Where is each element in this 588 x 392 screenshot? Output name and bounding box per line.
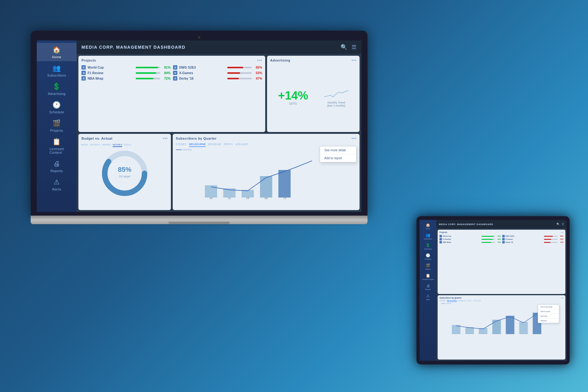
advertising-trend-chart xyxy=(324,88,349,100)
project-percent: 72% xyxy=(162,77,171,80)
sidebar-item-label: Advertising xyxy=(48,92,66,96)
tablet-sidebar-reports[interactable]: 🖨 Reports xyxy=(420,282,436,292)
project-icon: ⊞ xyxy=(81,71,86,75)
tablet-projects-more[interactable]: ••• xyxy=(561,231,564,234)
sidebar-item-reports[interactable]: 🖨 Reports xyxy=(37,157,77,175)
projects-grid: ⊞ World Cup 91% ⊞ DWG S2E3 xyxy=(78,64,265,83)
sub-tab-melbourne[interactable]: MELBOURNE xyxy=(189,142,206,147)
svg-rect-24 xyxy=(492,320,501,334)
tablet-sidebar-projects[interactable]: 🎬 Projects xyxy=(420,262,436,272)
tablet-dashboard-title: MEDIA CORP. MANAGEMENT DASHBOARD xyxy=(439,223,493,225)
tablet-sub-tab-adelaide[interactable]: ADELAIDE xyxy=(473,300,481,302)
svg-text:68: 68 xyxy=(265,197,268,200)
schedule-icon: 🕐 xyxy=(52,101,61,109)
sidebar-item-subscribers[interactable]: 👥 Subscribers xyxy=(37,61,77,80)
projects-title: Projects xyxy=(81,58,96,62)
tablet-sidebar-licensed-content[interactable]: 📋 Licensed Content xyxy=(420,272,436,282)
budget-content: NEWS SPORTS SERIES MOVIES DOCU 85 xyxy=(78,142,171,209)
tablet-sub-tab-perth[interactable]: PERTH xyxy=(467,300,472,302)
tablet-search-icon[interactable]: 🔍 xyxy=(556,223,560,226)
svg-rect-25 xyxy=(506,316,514,334)
project-name: DWG S2E3 xyxy=(179,66,225,69)
progress-bar-container xyxy=(136,78,160,79)
table-row: ⊞ DWG S2E3 65% xyxy=(173,65,262,70)
tablet-sidebar-home[interactable]: 🏠 Home xyxy=(420,221,436,231)
tablet-screen: 🏠 Home 👥 Subscribers 💲 Advertising 🕐 Sch… xyxy=(420,220,567,361)
progress-bar xyxy=(227,67,243,68)
tablet-sidebar-schedule[interactable]: 🕐 Schedule xyxy=(420,251,436,262)
tablet-progress-container xyxy=(544,236,558,237)
context-menu-add-report[interactable]: Add to report xyxy=(320,154,356,162)
tablet-sub-tab-sydney[interactable]: SYDNEY xyxy=(439,300,446,302)
tablet-subscribers-icon: 👥 xyxy=(426,233,430,237)
tablet-context-edit-card[interactable]: Edit card xyxy=(538,314,559,318)
svg-text:43: 43 xyxy=(209,197,213,200)
sub-tab-sydney[interactable]: SYDNEY xyxy=(176,142,187,147)
context-menu-see-more[interactable]: See more detail xyxy=(320,146,356,154)
project-percent: 47% xyxy=(254,77,262,80)
tablet-subscribers-more[interactable]: ••• xyxy=(561,296,564,299)
tablet-progress-container xyxy=(544,239,558,240)
project-name: X-Games xyxy=(179,71,225,75)
sidebar-item-projects[interactable]: 🎬 Projects xyxy=(37,116,77,135)
budget-tab-news[interactable]: NEWS xyxy=(81,143,88,147)
tablet-sidebar-label: Subscribers xyxy=(424,238,432,240)
sub-tab-adelaide[interactable]: ADELAIDE xyxy=(235,142,248,147)
tablet-projects-grid: World Cup 91% DWG S2E3 xyxy=(438,234,565,245)
menu-icon[interactable]: ☰ xyxy=(352,44,356,51)
projects-icon: 🎬 xyxy=(52,119,61,127)
laptop-camera xyxy=(198,36,200,39)
sidebar-item-schedule[interactable]: 🕐 Schedule xyxy=(37,98,77,116)
budget-card: Budget vs. Actual ••• NEWS SPORTS SERIES… xyxy=(78,134,171,210)
tablet: 🏠 Home 👥 Subscribers 💲 Advertising 🕐 Sch… xyxy=(417,216,570,364)
sidebar-item-licensed-content[interactable]: 📋 LicensedContent xyxy=(37,135,77,157)
sub-tab-brisbane[interactable]: BRISBANE xyxy=(208,142,221,147)
search-icon[interactable]: 🔍 xyxy=(341,44,347,51)
tablet-context-see-more[interactable]: See more detail xyxy=(538,305,559,309)
sidebar-item-alerts[interactable]: ⚠ Alerts xyxy=(37,175,77,194)
tablet-sub-tab-melbourne[interactable]: MELBOURNE xyxy=(447,300,457,302)
tablet-sidebar-alerts[interactable]: ⚠ Alerts xyxy=(420,292,436,302)
tablet-sidebar-advertising[interactable]: 💲 Advertising xyxy=(420,241,436,251)
advertising-big-number: +14% xyxy=(278,90,308,101)
subscribers-title: Subscribers by Quarter xyxy=(176,137,217,140)
table-row: ⊞ X-Games 53% xyxy=(173,71,262,75)
tablet-sidebar-label: Projects xyxy=(425,268,431,270)
tablet-project-icon xyxy=(502,235,505,237)
table-row: F1 Review 84% xyxy=(439,238,501,240)
budget-more-button[interactable]: ••• xyxy=(163,136,168,141)
tablet-project-pct: 72% xyxy=(496,241,501,243)
subscribers-more-button[interactable]: ••• xyxy=(352,136,356,141)
sidebar-item-home[interactable]: 🏠 Home xyxy=(37,43,77,61)
advertising-trend: Monthly Trend (last 3 months) xyxy=(324,88,349,107)
tablet-context-add-report[interactable]: Add to report xyxy=(538,309,559,314)
project-name: World Cup xyxy=(88,66,134,69)
tablet-reports-icon: 🖨 xyxy=(426,284,430,288)
svg-rect-8 xyxy=(278,170,291,198)
tablet-project-pct: 65% xyxy=(559,235,564,237)
subscribers-card-header: Subscribers by Quarter ••• xyxy=(173,134,360,142)
tablet-context-replace[interactable]: Replace xyxy=(538,318,559,323)
sidebar-item-advertising[interactable]: 💲 Advertising xyxy=(37,80,77,98)
subscribers-icon: 👥 xyxy=(52,64,61,72)
project-name: Derby '18 xyxy=(179,77,225,80)
svg-text:75: 75 xyxy=(283,197,286,200)
laptop-base xyxy=(31,216,368,224)
advertising-card-header: Advertising ••• xyxy=(267,56,360,64)
sidebar-item-label: Alerts xyxy=(52,187,61,191)
tablet-licensed-icon: 📋 xyxy=(426,273,430,278)
projects-more-button[interactable]: ••• xyxy=(257,58,262,63)
budget-tab-movies[interactable]: MOVIES xyxy=(113,143,122,147)
sub-tab-perth[interactable]: PERTH xyxy=(224,142,233,147)
tablet-sidebar-subscribers[interactable]: 👥 Subscribers xyxy=(420,231,436,241)
budget-tab-series[interactable]: SERIES xyxy=(102,143,111,147)
advertising-more-button[interactable]: ••• xyxy=(352,58,356,63)
tablet-topbar-icons: 🔍 ☰ xyxy=(556,223,564,226)
table-row: NBA Wrap 72% xyxy=(439,241,501,243)
tablet-project-pct: 91% xyxy=(496,235,501,237)
tablet-menu-icon[interactable]: ☰ xyxy=(562,223,564,226)
budget-tab-docu[interactable]: DOCU xyxy=(124,143,131,147)
budget-tab-sports[interactable]: SPORTS xyxy=(90,143,100,147)
advertising-qtd: (QTD) xyxy=(278,102,308,105)
tablet-sub-tab-brisbane[interactable]: BRISBANE xyxy=(458,300,466,302)
